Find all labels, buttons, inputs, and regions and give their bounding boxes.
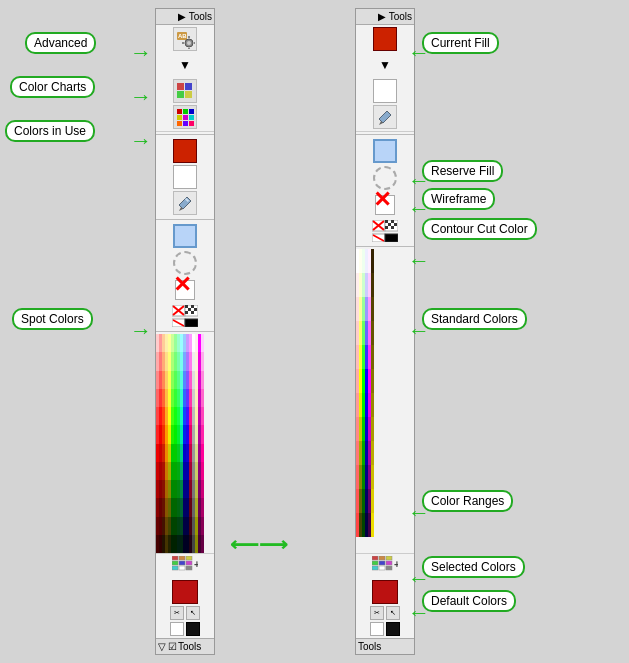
current-fill-swatch[interactable] (173, 139, 197, 163)
svg-rect-51 (388, 223, 391, 226)
spot-color-swatch[interactable] (201, 334, 204, 352)
spot-color-swatch[interactable] (201, 425, 204, 443)
black-mini[interactable] (186, 622, 200, 636)
svg-rect-14 (189, 109, 194, 114)
right-tools-label: ▶ Tools (378, 11, 412, 22)
left-top-icons: AB ▼ (156, 25, 214, 132)
standard-color-swatch[interactable] (371, 441, 374, 465)
ranges-icon[interactable]: + (172, 556, 198, 578)
separator-2 (156, 219, 214, 220)
svg-rect-29 (194, 308, 197, 311)
checkered-contour-icon[interactable] (172, 305, 198, 327)
spot-color-swatch[interactable] (201, 535, 204, 553)
advanced-icon[interactable]: AB (173, 27, 197, 51)
spot-color-swatch[interactable] (201, 407, 204, 425)
horizontal-arrow: ⟵⟶ (230, 532, 288, 556)
filter-icon[interactable]: ▽ (158, 641, 166, 652)
right-panel-header: ▶ Tools (356, 9, 414, 25)
svg-rect-41 (172, 566, 178, 570)
left-tools-label: ▶ Tools (178, 11, 212, 22)
right-white-mini[interactable] (370, 622, 384, 636)
reserve-fill-swatch[interactable] (173, 224, 197, 248)
standard-color-swatch[interactable] (371, 273, 374, 297)
spot-color-swatch[interactable] (201, 444, 204, 462)
svg-rect-30 (185, 311, 188, 314)
standard-colors-arrow: ← (408, 318, 430, 344)
spot-color-swatch[interactable] (201, 517, 204, 535)
right-scissors-icon[interactable]: ✂ (370, 606, 384, 620)
scissors-icon[interactable]: ✂ (170, 606, 184, 620)
right-checkered-icon[interactable] (372, 220, 398, 242)
right-white-swatch[interactable] (373, 79, 397, 103)
right-black-mini[interactable] (386, 622, 400, 636)
svg-rect-20 (189, 121, 194, 126)
spot-colors-arrow: → (130, 318, 152, 344)
right-contour-icon[interactable]: ✕ (373, 193, 397, 217)
color-charts-icon[interactable] (173, 79, 197, 103)
svg-rect-66 (386, 566, 392, 570)
right-current-fill[interactable] (373, 27, 397, 51)
standard-color-swatch[interactable] (371, 513, 374, 537)
svg-rect-16 (183, 115, 188, 120)
white-mini[interactable] (170, 622, 184, 636)
right-reserve-fill[interactable] (373, 139, 397, 163)
standard-color-swatch[interactable] (371, 393, 374, 417)
spot-color-swatch[interactable] (201, 389, 204, 407)
svg-rect-59 (379, 556, 385, 560)
right-cursor-icon[interactable]: ↖ (386, 606, 400, 620)
left-panel-bottom: + ✂ ↖ (156, 553, 214, 638)
spot-color-swatch[interactable] (201, 352, 204, 370)
svg-rect-38 (172, 561, 178, 565)
svg-point-3 (187, 41, 191, 45)
left-panel-header: ▶ Tools (156, 9, 214, 25)
standard-color-swatch[interactable] (371, 465, 374, 489)
reserve-fill-label: Reserve Fill (422, 160, 503, 182)
svg-rect-31 (191, 311, 194, 314)
svg-rect-17 (189, 115, 194, 120)
svg-rect-58 (372, 556, 378, 560)
left-toolbar-panel: ▶ Tools AB ▼ (155, 8, 215, 655)
svg-rect-34 (185, 319, 198, 327)
standard-color-swatch[interactable] (371, 249, 374, 273)
right-toolbar-panel: ▶ Tools ▼ ✕ (355, 8, 415, 655)
spot-color-swatch[interactable] (201, 498, 204, 516)
colors-in-use-label: Colors in Use (5, 120, 95, 142)
selected-color-swatch[interactable] (172, 580, 198, 604)
standard-color-swatch[interactable] (371, 345, 374, 369)
white-swatch[interactable] (173, 165, 197, 189)
spot-color-col-15 (201, 334, 204, 553)
spot-color-swatch[interactable] (201, 462, 204, 480)
standard-color-swatch[interactable] (371, 489, 374, 513)
bottom-color-row-2 (170, 622, 200, 636)
right-down-arrow[interactable]: ▼ (373, 53, 397, 77)
right-panel-bottom: + ✂ ↖ (356, 553, 414, 638)
cursor-icon[interactable]: ↖ (186, 606, 200, 620)
standard-color-swatch[interactable] (371, 369, 374, 393)
eyedropper[interactable] (173, 191, 197, 215)
svg-text:+: + (194, 559, 198, 570)
separator-3 (156, 331, 214, 332)
color-ranges-label: Color Ranges (422, 490, 513, 512)
svg-rect-26 (185, 305, 188, 308)
svg-rect-12 (177, 109, 182, 114)
right-sep-1 (356, 134, 414, 135)
svg-rect-43 (186, 566, 192, 570)
right-eyedropper[interactable] (373, 105, 397, 129)
svg-rect-37 (186, 556, 192, 560)
down-arrow-1[interactable]: ▼ (173, 53, 197, 77)
svg-rect-10 (177, 91, 184, 98)
contour-cut-label: Contour Cut Color (422, 218, 537, 240)
svg-rect-13 (183, 109, 188, 114)
standard-color-swatch[interactable] (371, 297, 374, 321)
colors-in-use-icon[interactable] (173, 105, 197, 129)
spot-color-swatch[interactable] (201, 480, 204, 498)
spot-color-swatch[interactable] (201, 371, 204, 389)
standard-color-swatch[interactable] (371, 321, 374, 345)
checkbox-tools[interactable]: ☑ (168, 641, 177, 652)
right-selected-swatch[interactable] (372, 580, 398, 604)
standard-color-swatch[interactable] (371, 417, 374, 441)
right-ranges-icon[interactable]: + (372, 556, 398, 578)
right-color-row-2 (370, 622, 400, 636)
svg-rect-42 (179, 566, 185, 570)
contour-cut-icon[interactable]: ✕ (173, 278, 197, 302)
